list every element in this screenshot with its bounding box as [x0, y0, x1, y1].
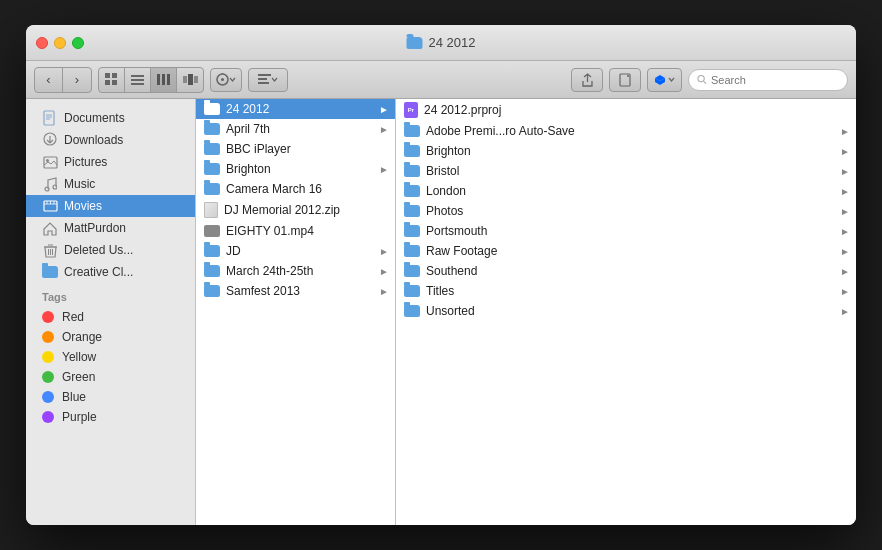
folder-icon — [204, 265, 220, 277]
view-icons-button[interactable] — [99, 68, 125, 92]
file-item[interactable]: Titles► — [396, 281, 856, 301]
file-label: DJ Memorial 2012.zip — [224, 203, 387, 217]
sidebar-item-deleted[interactable]: Deleted Us... — [26, 239, 195, 261]
maximize-button[interactable] — [72, 37, 84, 49]
file-label: BBC iPlayer — [226, 142, 387, 156]
music-icon — [42, 176, 58, 192]
video-icon — [204, 225, 220, 237]
sidebar-label: Creative Cl... — [64, 265, 133, 279]
file-item[interactable]: March 24th-25th► — [196, 261, 395, 281]
window-title: 24 2012 — [407, 35, 476, 50]
svg-rect-9 — [167, 74, 170, 85]
file-item[interactable]: Portsmouth► — [396, 221, 856, 241]
file-item[interactable]: April 7th► — [196, 119, 395, 139]
tag-item-yellow[interactable]: Yellow — [42, 347, 195, 367]
tags-section: Tags Red Orange Yellow Green — [26, 283, 195, 427]
tag-item-red[interactable]: Red — [42, 307, 195, 327]
action-button[interactable] — [210, 68, 242, 92]
file-item[interactable]: Pr24 2012.prproj — [396, 99, 856, 121]
file-item[interactable]: Samfest 2013► — [196, 281, 395, 301]
file-item[interactable]: Raw Footage► — [396, 241, 856, 261]
file-panes: 24 2012►April 7th►BBC iPlayerBrighton►Ca… — [196, 99, 856, 525]
svg-rect-5 — [131, 79, 144, 81]
svg-point-13 — [221, 78, 224, 81]
file-item[interactable]: Unsorted► — [396, 301, 856, 321]
tag-item-purple[interactable]: Purple — [42, 407, 195, 427]
file-item[interactable]: Adobe Premi...ro Auto-Save► — [396, 121, 856, 141]
sidebar-item-creative[interactable]: Creative Cl... — [26, 261, 195, 283]
tag-item-blue[interactable]: Blue — [42, 387, 195, 407]
green-dot — [42, 371, 54, 383]
nav-buttons: ‹ › — [34, 67, 92, 93]
chevron-right-icon: ► — [840, 306, 850, 317]
file-item[interactable]: BBC iPlayer — [196, 139, 395, 159]
svg-rect-15 — [258, 74, 271, 76]
file-pane-2: Pr24 2012.prprojAdobe Premi...ro Auto-Sa… — [396, 99, 856, 525]
file-label: Samfest 2013 — [226, 284, 387, 298]
sidebar-item-documents[interactable]: Documents — [26, 107, 195, 129]
file-item[interactable]: Bristol► — [396, 161, 856, 181]
file-item[interactable]: Southend► — [396, 261, 856, 281]
file-item[interactable]: JD► — [196, 241, 395, 261]
sidebar-item-downloads[interactable]: Downloads — [26, 129, 195, 151]
tag-button[interactable] — [609, 68, 641, 92]
file-item[interactable]: Photos► — [396, 201, 856, 221]
share-button[interactable] — [571, 68, 603, 92]
file-item[interactable]: London► — [396, 181, 856, 201]
sidebar-label: MattPurdon — [64, 221, 126, 235]
forward-button[interactable]: › — [63, 68, 91, 92]
back-button[interactable]: ‹ — [35, 68, 63, 92]
tag-item-green[interactable]: Green — [42, 367, 195, 387]
svg-rect-1 — [112, 73, 117, 78]
chevron-right-icon: ► — [379, 246, 389, 257]
folder-icon — [404, 225, 420, 237]
search-input[interactable] — [711, 74, 839, 86]
minimize-button[interactable] — [54, 37, 66, 49]
file-item[interactable]: DJ Memorial 2012.zip — [196, 199, 395, 221]
file-item[interactable]: Brighton► — [396, 141, 856, 161]
file-item[interactable]: Camera March 16 — [196, 179, 395, 199]
arrange-button[interactable] — [248, 68, 288, 92]
sidebar-label: Downloads — [64, 133, 123, 147]
svg-rect-7 — [157, 74, 160, 85]
tag-label: Orange — [62, 330, 102, 344]
trash-icon — [42, 242, 58, 258]
sidebar-item-pictures[interactable]: Pictures — [26, 151, 195, 173]
dropbox-button[interactable] — [647, 68, 682, 92]
file-label: Camera March 16 — [226, 182, 387, 196]
titlebar: 24 2012 — [26, 25, 856, 61]
svg-rect-6 — [131, 83, 144, 85]
file-label: Brighton — [226, 162, 387, 176]
file-item[interactable]: EIGHTY 01.mp4 — [196, 221, 395, 241]
sidebar-label: Deleted Us... — [64, 243, 133, 257]
sidebar-item-movies[interactable]: Movies — [26, 195, 195, 217]
folder-icon — [204, 245, 220, 257]
file-item[interactable]: Brighton► — [196, 159, 395, 179]
file-item[interactable]: 24 2012► — [196, 99, 395, 119]
pictures-icon — [42, 154, 58, 170]
close-button[interactable] — [36, 37, 48, 49]
tag-item-orange[interactable]: Orange — [42, 327, 195, 347]
search-box[interactable] — [688, 69, 848, 91]
chevron-right-icon: ► — [840, 226, 850, 237]
view-coverflow-button[interactable] — [177, 68, 203, 92]
svg-rect-17 — [258, 82, 269, 84]
svg-rect-10 — [183, 76, 187, 83]
chevron-right-icon: ► — [840, 266, 850, 277]
red-dot — [42, 311, 54, 323]
svg-rect-16 — [258, 78, 267, 80]
download-icon — [42, 132, 58, 148]
view-columns-button[interactable] — [151, 68, 177, 92]
main-content: Documents Downloads Pictures Music — [26, 99, 856, 525]
tag-label: Blue — [62, 390, 86, 404]
tag-label: Green — [62, 370, 95, 384]
chevron-right-icon: ► — [840, 186, 850, 197]
folder-icon — [404, 285, 420, 297]
sidebar-label: Music — [64, 177, 95, 191]
sidebar-item-music[interactable]: Music — [26, 173, 195, 195]
file-label: Photos — [426, 204, 848, 218]
file-label: London — [426, 184, 848, 198]
sidebar-item-mattpurdon[interactable]: MattPurdon — [26, 217, 195, 239]
finder-window: 24 2012 ‹ › — [26, 25, 856, 525]
view-list-button[interactable] — [125, 68, 151, 92]
